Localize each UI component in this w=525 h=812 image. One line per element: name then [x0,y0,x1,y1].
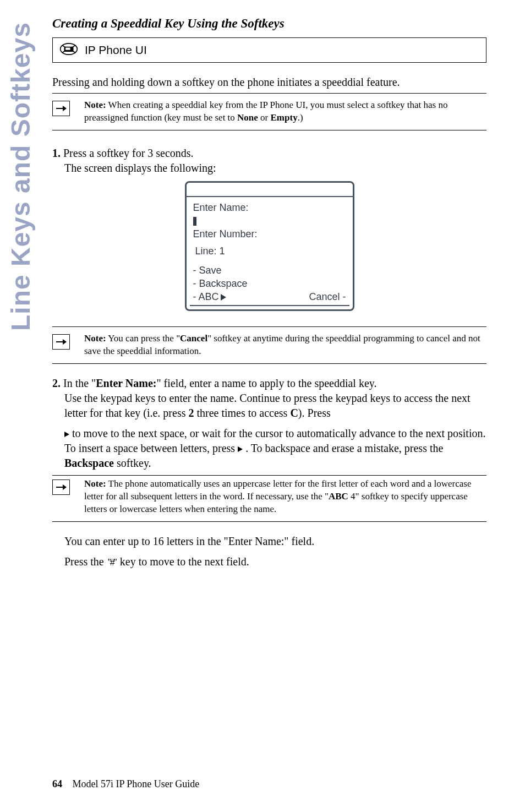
step-2-line2c: ). Press [298,407,331,419]
screen-backspace: - Backspace [193,278,346,290]
step-2-num: 2. [52,377,61,389]
step-1: 1. Press a softkey for 3 seconds. The sc… [52,146,486,176]
post-line1: You can enter up to 16 letters in the "E… [64,534,486,549]
step-2-line3c: softkey. [114,457,151,469]
step-2-line3b: . To backspace and erase a mistake, pres… [243,442,443,454]
svg-rect-2 [65,47,70,50]
phone-screen: Enter Name: Enter Number: Line: 1 - Save… [52,181,486,311]
page-content: Creating a Speeddial Key Using the Softk… [52,0,525,569]
note-arrow-icon [52,479,70,495]
note-3-bold: ABC [329,491,348,502]
note-label: Note: [84,333,106,344]
page-footer: 64 Model 57i IP Phone User Guide [52,778,199,790]
note-1-bold-b: Empty [271,112,298,123]
note-2-bold: Cancel [180,333,207,344]
post-line2b: key to move to the next field. [120,555,249,568]
section-heading: Creating a Speeddial Key Using the Softk… [52,17,486,31]
note-arrow-icon [52,101,70,116]
note-1-bold-a: None [237,112,258,123]
step-2-bold-b: 2 [188,407,194,419]
step-2-bold-c: C [290,407,298,419]
step-2-line2b: three times to access [194,407,290,419]
triangle-right-icon [64,432,69,437]
intro-text: Pressing and holding down a softkey on t… [52,75,486,90]
note-1-text: Note: When creating a speeddial key from… [81,99,486,124]
triangle-right-icon [238,446,243,452]
note-label: Note: [84,100,106,110]
step-1-text-b: The screen displays the following: [64,161,216,176]
screen-abc: - ABC [193,291,219,302]
step-2: 2. In the "Enter Name:" field, enter a n… [52,376,486,471]
book-title: Model 57i IP Phone User Guide [73,778,200,789]
note-1-b: or [258,112,271,123]
screen-enter-name: Enter Name: [193,202,346,214]
screen-cursor [193,217,196,226]
note-1-c: .) [298,112,303,123]
ipphone-ui-box: IP Phone UI [52,37,486,63]
note-1: Note: When creating a speeddial key from… [52,96,486,130]
screen-save: - Save [193,265,346,276]
post-line2: Press the "#" key to move to the next fi… [64,554,486,569]
ipphone-ui-label: IP Phone UI [85,43,147,57]
note-2-text: Note: You can press the "Cancel" softkey… [81,333,486,358]
note-label: Note: [84,478,106,489]
step-2-bold-a: Enter Name: [96,377,156,389]
step-1-text-a: Press a softkey for 3 seconds. [63,147,194,159]
note-3-text: Note: The phone automatically uses an up… [81,478,486,516]
step-2-b: " field, enter a name to apply to the sp… [156,377,376,389]
step-2-a: In the " [63,377,96,389]
phone-icon [59,42,78,58]
svg-marker-10 [63,339,67,345]
screen-cancel: Cancel - [309,291,346,303]
page-number: 64 [52,778,62,789]
sidebar-label: Line Keys and Softkeys [6,22,36,407]
note-3: Note: The phone automatically uses an up… [52,475,486,522]
triangle-right-icon [221,294,226,301]
screen-enter-number: Enter Number: [193,228,346,240]
post-line2a: Press the [64,555,107,568]
pound-key-icon: "#" [107,558,117,567]
svg-marker-12 [63,484,67,490]
step-2-bold-d: Backspace [64,457,114,469]
step-1-num: 1. [52,147,61,159]
note-2-a: You can press the " [108,333,180,344]
screen-line: Line: 1 [195,246,346,257]
svg-marker-8 [63,106,67,111]
note-arrow-icon [52,334,70,350]
note-2: Note: You can press the "Cancel" softkey… [52,329,486,364]
